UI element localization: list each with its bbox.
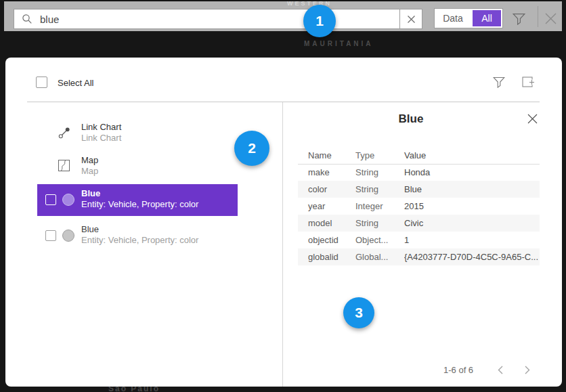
results-panel: Select All Li bbox=[5, 58, 562, 387]
result-checkbox[interactable] bbox=[45, 194, 56, 205]
result-item-map[interactable]: Map Map bbox=[37, 151, 238, 183]
properties-table: Name Type Value make String Honda color … bbox=[298, 148, 540, 265]
close-search-button[interactable] bbox=[542, 9, 559, 27]
result-subtitle: Map bbox=[81, 166, 98, 177]
add-selection-icon bbox=[521, 75, 535, 89]
data-all-toggle: Data All bbox=[434, 8, 503, 28]
cell-type: String bbox=[355, 215, 404, 232]
entity-circle-icon bbox=[62, 194, 74, 206]
result-item-link-chart[interactable]: Link Chart Link Chart bbox=[37, 118, 238, 150]
column-header-name: Name bbox=[298, 148, 355, 164]
search-box bbox=[14, 9, 422, 29]
cell-name: objectid bbox=[298, 232, 355, 248]
cell-value: {A4203777-D70D-4C5C-9A65-C... bbox=[404, 248, 540, 265]
cell-name: globalid bbox=[298, 248, 355, 265]
cell-name: model bbox=[298, 215, 355, 232]
toggle-option-data[interactable]: Data bbox=[435, 9, 471, 28]
table-row: model String Civic bbox=[298, 215, 540, 232]
clear-search-button[interactable] bbox=[399, 9, 422, 28]
map-icon bbox=[58, 160, 70, 172]
cell-type: Object... bbox=[355, 232, 404, 248]
select-all-checkbox[interactable] bbox=[36, 77, 47, 88]
result-title: Map bbox=[81, 155, 98, 166]
next-page-button[interactable] bbox=[521, 364, 534, 376]
cell-name: year bbox=[298, 198, 355, 215]
add-selection-button[interactable] bbox=[521, 74, 535, 89]
entity-circle-icon bbox=[62, 230, 74, 242]
result-title: Link Chart bbox=[81, 122, 121, 133]
search-input[interactable] bbox=[40, 9, 399, 28]
result-subtitle: Entity: Vehicle, Property: color bbox=[81, 235, 198, 246]
cell-value: Civic bbox=[404, 215, 540, 232]
prev-page-button[interactable] bbox=[494, 364, 506, 376]
details-title: Blue bbox=[282, 112, 540, 126]
panel-filter-button[interactable] bbox=[492, 75, 505, 88]
cell-value: 2015 bbox=[404, 198, 540, 215]
cell-type: Integer bbox=[355, 198, 404, 215]
toolbar-divider bbox=[538, 6, 538, 27]
filter-funnel-icon bbox=[493, 76, 505, 88]
result-subtitle: Link Chart bbox=[81, 133, 121, 144]
column-header-type: Type bbox=[355, 148, 404, 164]
map-label-mauritania: MAURITANIA bbox=[304, 40, 374, 47]
chevron-right-icon bbox=[523, 365, 531, 375]
table-row: objectid Object... 1 bbox=[298, 232, 540, 248]
table-header-row: Name Type Value bbox=[298, 148, 540, 164]
details-close-button[interactable] bbox=[526, 112, 539, 125]
toggle-option-all[interactable]: All bbox=[473, 10, 501, 26]
close-x-icon bbox=[544, 12, 558, 26]
chevron-left-icon bbox=[496, 365, 504, 375]
cell-value: Honda bbox=[404, 164, 540, 181]
app-screen: WESTERN MAURITANIA São Paulo Data All bbox=[0, 0, 566, 392]
cell-name: color bbox=[298, 181, 355, 198]
table-row: color String Blue bbox=[298, 181, 540, 198]
result-checkbox[interactable] bbox=[45, 230, 56, 241]
cell-name: make bbox=[298, 164, 355, 181]
result-title: Blue bbox=[81, 224, 99, 235]
result-subtitle: Entity: Vehicle, Property: color bbox=[81, 199, 198, 210]
panel-header-divider bbox=[27, 102, 540, 102]
cell-value: Blue bbox=[404, 181, 540, 198]
table-row: make String Honda bbox=[298, 164, 540, 181]
pagination-label: 1-6 of 6 bbox=[443, 365, 473, 375]
cell-type: String bbox=[355, 181, 404, 198]
cell-type: Global... bbox=[355, 248, 404, 265]
table-row: year Integer 2015 bbox=[298, 198, 540, 215]
callout-badge-2: 2 bbox=[234, 131, 269, 166]
filter-button[interactable] bbox=[510, 9, 527, 27]
result-item-blue[interactable]: Blue Entity: Vehicle, Property: color bbox=[37, 220, 238, 252]
result-title: Blue bbox=[81, 188, 100, 199]
column-header-value: Value bbox=[404, 148, 540, 164]
panel-vertical-divider bbox=[282, 102, 283, 387]
filter-funnel-icon bbox=[513, 12, 525, 25]
link-chart-icon bbox=[58, 127, 70, 139]
clear-x-icon bbox=[407, 15, 416, 24]
callout-badge-1: 1 bbox=[303, 5, 336, 37]
table-row: globalid Global... {A4203777-D70D-4C5C-9… bbox=[298, 248, 540, 265]
callout-badge-3: 3 bbox=[343, 297, 374, 328]
search-toolbar: Data All bbox=[4, 1, 562, 31]
close-x-icon bbox=[527, 113, 538, 125]
result-item-blue-selected[interactable]: Blue Entity: Vehicle, Property: color bbox=[37, 184, 238, 216]
cell-type: String bbox=[355, 164, 404, 181]
cell-value: 1 bbox=[404, 232, 540, 248]
search-icon bbox=[14, 9, 40, 28]
select-all-label: Select All bbox=[58, 77, 93, 89]
